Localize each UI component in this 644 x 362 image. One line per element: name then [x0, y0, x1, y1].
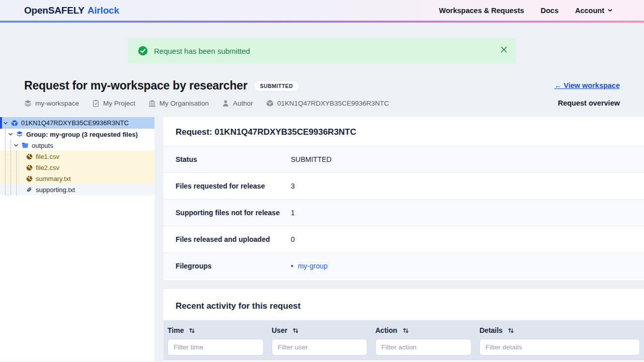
meta-author: Author [222, 100, 253, 107]
detail-row-status: Status SUBMITTED [164, 146, 644, 172]
tree-group-label: Group: my-group (3 requested files) [26, 131, 138, 138]
paperclip-icon [26, 187, 33, 193]
folder-icon [22, 142, 29, 149]
nav-workspaces-requests[interactable]: Workspaces & Requests [439, 7, 524, 15]
sort-icon[interactable] [189, 327, 195, 334]
meta-request-id: 01KN1Q47RDXYB35CE9936R3NTC [266, 100, 389, 107]
file-tree: 01KN1Q47RDXYB35CE9936R3NTC Group: my-gro… [0, 117, 154, 195]
file-tree-sidebar: 01KN1Q47RDXYB35CE9936R3NTC Group: my-gro… [0, 117, 154, 361]
meta-project: My Project [92, 100, 135, 107]
meta-workspace-label: my-workspace [35, 100, 79, 107]
sort-icon[interactable] [508, 327, 514, 334]
app-logo[interactable]: OpenSAFELY Airlock [24, 5, 119, 16]
chevron-down-icon[interactable] [3, 121, 8, 126]
layers-icon [24, 100, 32, 107]
detail-value: 1 [291, 209, 295, 217]
clipboard-icon [92, 100, 100, 107]
tree-item-folder-outputs[interactable]: outputs [0, 140, 154, 151]
main-panel: Request: 01KN1Q47RDXYB35CE9936R3NTC Stat… [164, 117, 644, 361]
tree-guide [16, 151, 17, 195]
tree-item-supporting[interactable]: supporting.txt [0, 184, 154, 195]
pie-chart-icon [26, 153, 33, 160]
detail-row-files-released: Files released and uploaded 0 [164, 226, 644, 252]
sort-icon[interactable] [292, 327, 299, 334]
column-label: Details [479, 326, 503, 334]
detail-row-supporting-files: Supporting files not for release 1 [164, 199, 644, 226]
logo-primary: OpenSAFELY [24, 5, 85, 16]
page-title: Request for my-workspace by researcher [24, 79, 248, 93]
column-header-time[interactable]: Time [164, 324, 268, 339]
chevron-down-icon[interactable] [8, 132, 13, 137]
view-workspace-link[interactable]: ← View workspace [554, 81, 620, 89]
detail-label: Files released and uploaded [176, 235, 291, 243]
pie-chart-icon [26, 175, 33, 182]
meta-organisation: My Organisation [148, 100, 209, 107]
cube-icon [11, 120, 18, 127]
activity-table-header: Time User [164, 320, 644, 360]
chevron-down-icon [607, 8, 613, 13]
column-header-user[interactable]: User [268, 324, 371, 339]
meta-workspace: my-workspace [24, 100, 79, 107]
tree-file-label: summary.txt [36, 175, 71, 183]
tree-item-file1[interactable]: file1.csv [0, 151, 154, 162]
tree-guide [11, 140, 11, 195]
detail-label: Filegroups [176, 262, 291, 270]
detail-row-filegroups: Filegroups • my-group [164, 252, 644, 279]
filter-user-input[interactable] [272, 339, 367, 355]
meta-author-label: Author [233, 100, 253, 107]
tree-root-label: 01KN1Q47RDXYB35CE9936R3NTC [21, 119, 129, 127]
recent-activity-card: Recent activity for this request Time Us… [164, 289, 644, 361]
detail-label: Supporting files not for release [176, 209, 291, 217]
detail-value: 0 [291, 235, 295, 243]
nav-docs[interactable]: Docs [541, 7, 558, 15]
column-label: Time [168, 326, 184, 334]
filter-action-input[interactable] [375, 339, 471, 355]
tree-guide [5, 129, 6, 195]
alert-message: Request has been submitted [154, 47, 250, 55]
tree-item-group[interactable]: Group: my-group (3 requested files) [0, 129, 154, 140]
logo-secondary: Airlock [88, 5, 119, 16]
detail-label: Status [176, 155, 291, 163]
tree-file-label: file1.csv [36, 153, 59, 160]
success-alert: Request has been submitted [128, 38, 516, 63]
header-gradient-divider [0, 21, 644, 23]
request-details-heading: Request: 01KN1Q47RDXYB35CE9936R3NTC [164, 117, 644, 146]
meta-project-label: My Project [103, 100, 135, 107]
meta-organisation-label: My Organisation [159, 100, 209, 107]
tree-item-file2[interactable]: file2.csv [0, 162, 154, 173]
column-header-details[interactable]: Details [475, 324, 644, 339]
tree-item-request-root[interactable]: 01KN1Q47RDXYB35CE9936R3NTC [0, 117, 154, 129]
check-circle-icon [138, 46, 148, 56]
nav-account-label: Account [575, 7, 604, 15]
request-meta: my-workspace My Project [24, 100, 389, 107]
tree-supporting-label: supporting.txt [36, 186, 75, 194]
nav-account-menu[interactable]: Account [575, 7, 613, 15]
detail-value: SUBMITTED [291, 155, 332, 163]
recent-activity-heading: Recent activity for this request [164, 289, 644, 320]
list-bullet: • [291, 262, 293, 270]
filter-details-input[interactable] [479, 339, 640, 355]
status-badge: SUBMITTED [254, 80, 300, 92]
pie-chart-icon [26, 164, 33, 171]
cube-icon [266, 100, 274, 107]
tree-folder-label: outputs [32, 142, 53, 149]
chevron-down-icon[interactable] [14, 143, 19, 148]
column-header-action[interactable]: Action [371, 324, 475, 339]
tree-file-label: file2.csv [36, 164, 59, 171]
nav-links: Workspaces & Requests Docs Account [439, 7, 613, 15]
filter-time-input[interactable] [168, 339, 264, 355]
bank-icon [148, 100, 156, 107]
filegroup-link[interactable]: my-group [298, 262, 328, 270]
detail-value: 3 [291, 182, 295, 190]
detail-label: Files requested for release [176, 182, 291, 190]
sort-icon[interactable] [403, 327, 409, 334]
close-icon[interactable] [500, 45, 508, 54]
layers-icon [16, 131, 23, 138]
tree-item-summary[interactable]: summary.txt [0, 173, 154, 184]
request-details-card: Request: 01KN1Q47RDXYB35CE9936R3NTC Stat… [164, 117, 644, 280]
request-overview-label: Request overview [558, 99, 620, 107]
detail-row-files-requested: Files requested for release 3 [164, 172, 644, 199]
meta-request-id-label: 01KN1Q47RDXYB35CE9936R3NTC [277, 100, 389, 107]
navbar: OpenSAFELY Airlock Workspaces & Requests… [0, 0, 644, 23]
column-label: Action [375, 326, 397, 334]
